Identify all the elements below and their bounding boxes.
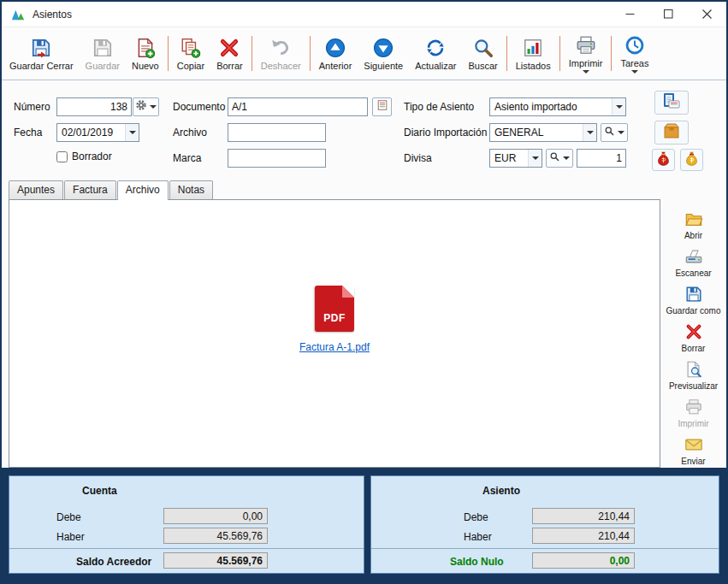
- divider: [371, 548, 719, 549]
- window-controls: [611, 2, 726, 27]
- money-bag-red-icon: [654, 150, 672, 171]
- chevron-down-icon: [616, 105, 623, 109]
- minimize-button[interactable]: [611, 2, 649, 27]
- asiento-haber-value: [532, 528, 635, 544]
- chevron-down-icon: [563, 156, 570, 160]
- borrar-archivo-button[interactable]: Borrar: [660, 322, 726, 353]
- escanear-button[interactable]: Escanear: [660, 247, 726, 278]
- enviar-button[interactable]: Enviar: [660, 435, 726, 466]
- chevron-down-icon: [129, 131, 136, 134]
- fecha-select[interactable]: 02/01/2019: [56, 123, 139, 142]
- totals-footer: Cuenta Debe Haber Saldo Acreedor Asiento…: [2, 468, 726, 582]
- cuenta-debe-label: Debe: [56, 511, 81, 523]
- chevron-down-icon: [150, 105, 157, 109]
- chevron-down-icon: [631, 70, 638, 74]
- app-icon: [10, 8, 26, 21]
- tipo-asiento-select[interactable]: Asiento importado: [489, 97, 626, 116]
- toolbar-label: Anterior: [319, 61, 352, 71]
- tab-notas[interactable]: Notas: [169, 180, 213, 199]
- attachment-file-link[interactable]: Factura A-1.pdf: [299, 341, 370, 353]
- divisa-label: Divisa: [404, 152, 432, 164]
- chevron-down-icon: [618, 131, 624, 134]
- cuenta-saldo-value: [163, 552, 268, 569]
- archivo-label: Archivo: [173, 127, 207, 139]
- toolbar-guardar-cerrar[interactable]: Guardar Cerrar: [3, 28, 80, 79]
- diario-select[interactable]: GENERAL: [489, 123, 597, 142]
- toolbar-label: Deshacer: [261, 61, 301, 71]
- previous-icon: [324, 36, 346, 60]
- toolbar-deshacer[interactable]: Deshacer: [255, 28, 307, 79]
- tasks-clock-icon: [624, 33, 646, 57]
- marca-input[interactable]: [228, 149, 326, 168]
- toolbar-separator: [506, 36, 507, 71]
- tab-archivo[interactable]: Archivo: [117, 180, 169, 200]
- toolbar-label: Nuevo: [132, 61, 159, 71]
- borrador-checkbox[interactable]: [56, 151, 68, 162]
- toolbar-label: Actualizar: [415, 61, 456, 71]
- documento-notes-button[interactable]: [372, 97, 392, 116]
- documento-label: Documento: [173, 101, 225, 113]
- diario-search-button[interactable]: [601, 123, 628, 142]
- toolbar-imprimir[interactable]: Imprimir: [563, 28, 609, 79]
- divisa-rate-input[interactable]: [577, 149, 626, 168]
- divisa-select[interactable]: EUR: [489, 149, 542, 168]
- notepad-icon: [376, 99, 388, 115]
- asiento-debe-value: [532, 508, 635, 524]
- next-icon: [372, 36, 394, 60]
- toolbar-borrar[interactable]: Borrar: [210, 28, 249, 79]
- toolbar-tareas[interactable]: Tareas: [614, 28, 654, 79]
- numero-input[interactable]: [56, 97, 132, 116]
- chevron-down-icon: [587, 131, 594, 134]
- toolbar-separator: [611, 36, 612, 71]
- numero-options-button[interactable]: [133, 97, 159, 116]
- toolbar-anterior[interactable]: Anterior: [313, 28, 358, 79]
- toolbar-buscar[interactable]: Buscar: [462, 28, 503, 79]
- archivo-input[interactable]: [228, 123, 326, 142]
- archive-box-button[interactable]: [654, 121, 689, 145]
- toolbar-siguiente[interactable]: Siguiente: [358, 28, 409, 79]
- toolbar-listados[interactable]: Listados: [510, 28, 557, 79]
- abrir-button[interactable]: Abrir: [660, 209, 726, 240]
- asiento-saldo-value: [532, 552, 635, 569]
- undo-icon: [269, 36, 292, 60]
- cuenta-haber-value: [163, 528, 268, 544]
- maximize-button[interactable]: [649, 2, 688, 27]
- documento-input[interactable]: [228, 97, 368, 116]
- tipo-asiento-label: Tipo de Asiento: [404, 101, 474, 113]
- money-gold-button[interactable]: [680, 149, 703, 171]
- close-button[interactable]: [688, 2, 726, 27]
- toolbar-copiar[interactable]: Copiar: [171, 28, 210, 79]
- toolbar-separator: [310, 36, 311, 71]
- toolbar-label: Imprimir: [569, 58, 603, 68]
- gear-icon: [135, 99, 147, 115]
- guardar-como-button[interactable]: Guardar como: [660, 285, 726, 316]
- imprimir-archivo-button[interactable]: Imprimir: [660, 398, 726, 428]
- toolbar-guardar[interactable]: Guardar: [80, 28, 126, 79]
- ledger-book-icon: [661, 91, 682, 115]
- archive-box-icon: [661, 121, 682, 145]
- toolbar-label: Listados: [516, 61, 551, 71]
- toolbar-label: Buscar: [468, 61, 497, 71]
- cuenta-saldo-label: Saldo Acreedor: [76, 556, 151, 568]
- delete-icon: [684, 322, 703, 343]
- new-document-icon: [134, 36, 157, 60]
- detail-tabs: Apuntes Factura Archivo Notas: [2, 180, 726, 199]
- tab-apuntes[interactable]: Apuntes: [9, 180, 63, 199]
- asiento-title: Asiento: [482, 485, 520, 497]
- attachment-item[interactable]: PDF Factura A-1.pdf: [299, 286, 370, 353]
- previsualizar-button[interactable]: Previsualizar: [660, 360, 726, 391]
- toolbar-actualizar[interactable]: Actualizar: [409, 28, 462, 79]
- window-title: Asientos: [33, 9, 72, 21]
- main-toolbar: Guardar Cerrar Guardar Nuevo Copiar Bor: [2, 27, 726, 80]
- money-red-button[interactable]: [652, 149, 675, 171]
- tab-factura[interactable]: Factura: [64, 180, 116, 199]
- cuenta-title: Cuenta: [82, 485, 117, 497]
- pdf-badge: PDF: [315, 312, 354, 324]
- toolbar-nuevo[interactable]: Nuevo: [126, 28, 165, 79]
- pdf-file-icon[interactable]: PDF: [315, 286, 354, 332]
- ledger-button[interactable]: [654, 91, 689, 115]
- fecha-label: Fecha: [14, 127, 42, 139]
- divisa-search-button[interactable]: [546, 149, 573, 168]
- toolbar-label: Siguiente: [364, 61, 403, 71]
- save-icon: [92, 36, 114, 60]
